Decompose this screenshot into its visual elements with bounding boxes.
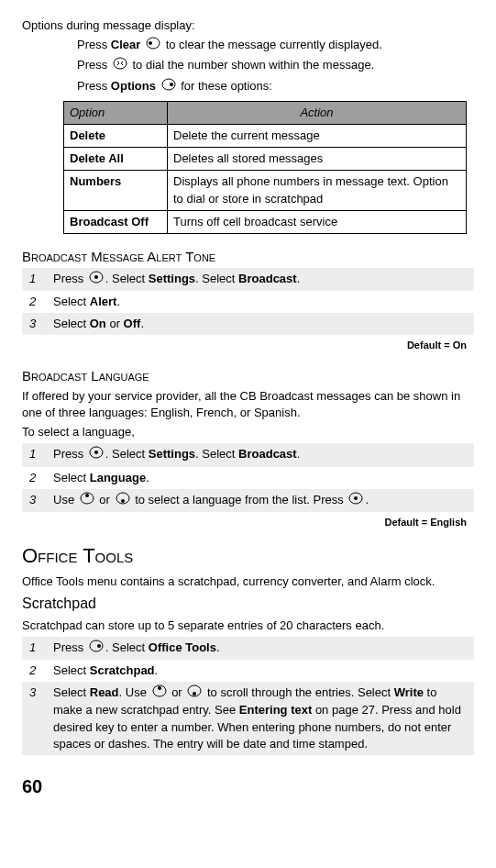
bold-text: Settings [149,447,195,461]
step-number: 2 [22,294,53,310]
step-body: Select Read. Use or to scroll through th… [53,684,474,752]
subsection-scratchpad: Scratchpad [22,594,474,614]
step-number: 1 [22,446,53,463]
option-name: Delete All [64,148,168,171]
step-number: 1 [22,640,53,657]
table-row: DeleteDelete the current message [64,124,467,147]
bold-text: Write [394,685,424,699]
step-number: 3 [22,492,53,509]
option-name: Delete [64,124,168,147]
step-item: 3Use or to select a language from the li… [22,489,474,512]
svg-point-10 [85,494,89,497]
bold-text: Language [90,471,146,484]
step-number: 1 [22,271,53,288]
option-action: Delete the current message [168,124,467,147]
step-body: Select Language. [53,470,474,486]
step-item: 2Select Language. [22,467,474,489]
broadcast-lang-lead: To select a language, [22,424,474,440]
bold-text: Alert [90,295,117,308]
text: to dial the number shown within the mess… [132,58,374,72]
table-row: Broadcast OffTurns off cell broadcast se… [64,210,467,233]
section-broadcast-language: Broadcast Language [22,366,474,385]
step-body: Select On or Off. [53,316,474,332]
nav-right-icon [161,78,176,95]
step-body: Press . Select Settings. Select Broadcas… [53,446,474,463]
option-name: Broadcast Off [64,210,168,233]
section-office-tools: Office Tools [22,542,474,571]
nav-left-icon [146,37,160,54]
options-label: Options [111,79,156,93]
step-body: Select Alert. [53,294,474,310]
text: to clear the message currently displayed… [166,38,382,51]
step-item: 3Select On or Off. [22,313,474,335]
table-row: NumbersDisplays all phone numbers in mes… [64,171,467,210]
bold-text: Broadcast [238,272,297,285]
option-action: Displays all phone numbers in message te… [168,171,467,210]
steps-broadcast-alert: 1Press . Select Settings. Select Broadca… [22,268,474,336]
svg-point-16 [97,644,101,648]
option-action: Deletes all stored messages [168,148,467,171]
bold-text: Off [124,317,141,330]
steps-broadcast-lang: 1Press . Select Settings. Select Broadca… [22,443,474,512]
svg-point-18 [158,686,161,690]
icon-up-icon [80,492,94,509]
icon-center-icon [89,446,104,463]
step-number: 3 [22,684,53,752]
options-table: Option Action DeleteDelete the current m… [63,101,467,234]
svg-point-2 [114,58,127,69]
bold-text: Office Tools [149,640,216,654]
broadcast-lang-para: If offered by your service provider, all… [22,388,474,421]
options-header-option: Option [64,101,168,124]
svg-point-1 [149,41,152,45]
svg-point-20 [193,692,196,696]
bold-text: Settings [149,272,195,285]
bold-text: On [90,317,106,330]
clear-label: Clear [111,38,141,51]
icon-right-icon [89,640,104,657]
call-icon [113,57,127,74]
text: for these options: [181,79,272,93]
step-body: Use or to select a language from the lis… [53,492,474,509]
text: Press [77,38,111,51]
step-item: 1Press . Select Office Tools. [22,637,474,660]
bold-text: Read [90,685,119,699]
option-name: Numbers [64,171,168,210]
bold-text: Entering text [239,703,312,717]
step-number: 2 [22,470,53,486]
text: Press [77,58,111,72]
step-body: Press . Select Settings. Select Broadcas… [53,271,474,288]
table-row: Delete AllDeletes all stored messages [64,148,467,171]
svg-point-6 [94,275,98,279]
svg-point-14 [354,496,358,500]
step-body: Press . Select Office Tools. [53,640,474,657]
intro-line-2: Press to dial the number shown within th… [77,57,474,74]
default-language: Default = English [22,516,467,529]
intro-line-1: Press Clear to clear the message current… [77,37,474,54]
step-item: 2Select Alert. [22,291,474,313]
icon-up-icon [152,684,167,702]
svg-point-4 [170,83,173,86]
intro-heading: Options during message display: [22,17,474,34]
step-item: 1Press . Select Settings. Select Broadca… [22,268,474,291]
step-number: 2 [22,662,53,679]
option-action: Turns off cell broadcast service [168,210,467,233]
steps-office-tools: 1Press . Select Office Tools.2Select Scr… [22,637,474,755]
default-alert: Default = On [22,339,467,352]
svg-point-8 [94,451,98,454]
section-broadcast-alert: Broadcast Message Alert Tone [22,247,474,266]
text: Press [77,79,111,93]
svg-point-12 [121,499,125,503]
icon-down-icon [116,492,130,509]
bold-text: Scratchpad [90,663,155,677]
step-item: 1Press . Select Settings. Select Broadca… [22,443,474,466]
page-number: 60 [22,773,474,799]
intro-line-3: Press Options for these options: [77,78,474,95]
step-item: 3Select Read. Use or to scroll through t… [22,682,474,755]
step-body: Select Scratchpad. [53,662,474,679]
scratchpad-intro: Scratchpad can store up to 5 separate en… [22,618,474,634]
icon-center-icon [348,492,363,509]
step-item: 2Select Scratchpad. [22,660,474,682]
icon-center-icon [89,271,104,288]
bold-text: Broadcast [238,447,297,461]
icon-down-icon [187,684,202,702]
